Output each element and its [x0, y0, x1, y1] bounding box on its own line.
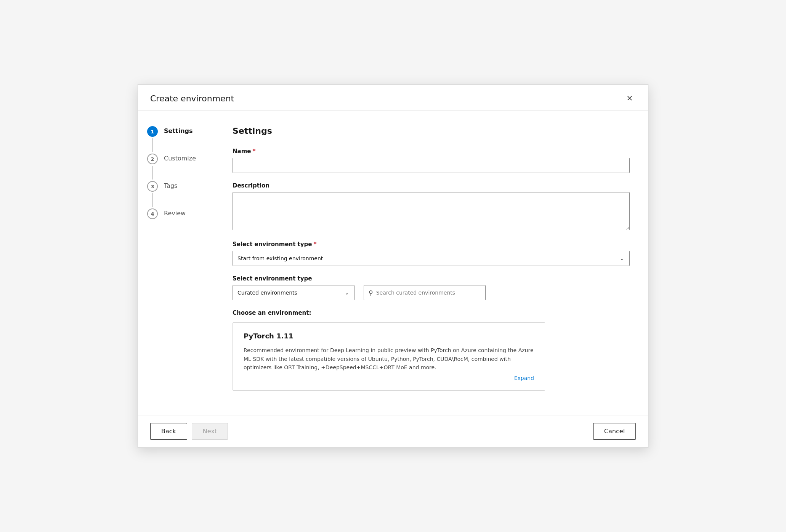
step-3-line: [152, 193, 153, 207]
description-field-group: Description: [233, 182, 630, 232]
step-4: 4 Review: [147, 208, 205, 219]
env-type-secondary-label: Select environment type: [233, 275, 630, 282]
close-icon: ✕: [627, 94, 633, 103]
step-4-number: 4: [151, 211, 154, 217]
env-type-secondary-group: Select environment type Curated environm…: [233, 275, 630, 300]
dialog-title: Create environment: [150, 94, 234, 103]
name-required-star: *: [252, 148, 255, 155]
search-icon: ⚲: [369, 289, 373, 296]
stepper-sidebar: 1 Settings 2 Customize: [138, 111, 214, 415]
env-type-required-star: *: [313, 241, 316, 248]
name-input[interactable]: [233, 158, 630, 173]
name-field-group: Name *: [233, 148, 630, 173]
cancel-button[interactable]: Cancel: [593, 423, 636, 440]
env-type-primary-wrapper: Start from existing environmentStart fro…: [233, 251, 630, 266]
dialog-footer: Back Next Cancel: [138, 415, 648, 447]
env-type-secondary-select[interactable]: Curated environmentsCustom environments: [233, 285, 355, 300]
env-type-primary-select[interactable]: Start from existing environmentStart fro…: [233, 251, 630, 266]
step-1-line: [152, 138, 153, 152]
step-1-number: 1: [151, 129, 154, 135]
step-1: 1 Settings: [147, 126, 205, 154]
choose-env-label: Choose an environment:: [233, 309, 630, 316]
description-input[interactable]: [233, 192, 630, 230]
env-type-primary-label: Select environment type *: [233, 241, 630, 248]
step-2: 2 Customize: [147, 154, 205, 181]
step-1-label: Settings: [164, 126, 193, 135]
step-2-number: 2: [151, 156, 154, 162]
step-3-label: Tags: [164, 181, 177, 189]
main-content: Settings Name * Description Select env: [214, 111, 648, 415]
step-2-circle: 2: [147, 154, 158, 164]
step-4-label: Review: [164, 208, 186, 217]
step-3-circle: 3: [147, 181, 158, 192]
step-2-label: Customize: [164, 154, 196, 162]
name-label: Name *: [233, 148, 630, 155]
dialog-header: Create environment ✕: [138, 85, 648, 111]
step-3: 3 Tags: [147, 181, 205, 208]
close-button[interactable]: ✕: [624, 92, 636, 104]
expand-link[interactable]: Expand: [244, 375, 534, 381]
env-type-secondary-wrapper: Curated environmentsCustom environments …: [233, 285, 355, 300]
env-type-primary-group: Select environment type * Start from exi…: [233, 241, 630, 266]
env-card-description: Recommended environment for Deep Learnin…: [244, 346, 534, 372]
env-card-title: PyTorch 1.11: [244, 332, 534, 340]
step-2-line: [152, 166, 153, 179]
create-environment-dialog: Create environment ✕ 1 Settings: [138, 84, 648, 447]
search-box[interactable]: ⚲: [364, 285, 486, 300]
dialog-body: 1 Settings 2 Customize: [138, 111, 648, 415]
footer-left-buttons: Back Next: [150, 423, 228, 440]
section-title: Settings: [233, 126, 630, 136]
back-button[interactable]: Back: [150, 423, 187, 440]
description-label: Description: [233, 182, 630, 189]
search-curated-input[interactable]: [376, 290, 481, 296]
step-1-circle: 1: [147, 126, 158, 137]
env-type-row: Curated environmentsCustom environments …: [233, 285, 630, 300]
choose-env-group: Choose an environment: PyTorch 1.11 Reco…: [233, 309, 630, 390]
step-4-circle: 4: [147, 208, 158, 219]
env-card: PyTorch 1.11 Recommended environment for…: [233, 322, 545, 390]
next-button[interactable]: Next: [192, 423, 228, 440]
step-3-number: 3: [151, 184, 154, 189]
